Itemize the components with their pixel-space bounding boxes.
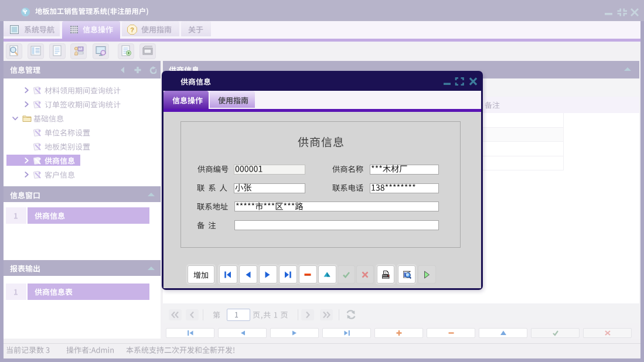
svg-text:?: ? [130, 26, 134, 33]
